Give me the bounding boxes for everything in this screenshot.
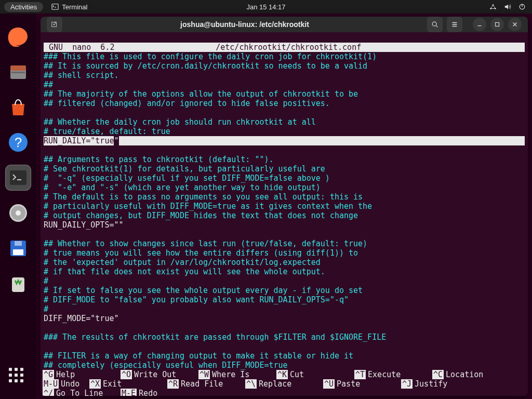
files-icon — [8, 61, 29, 82]
file-line: # particularly useful with DIFF_MODE=tru… — [44, 202, 372, 211]
shortcut-replace: ^\Replace — [245, 379, 323, 389]
search-icon — [431, 21, 438, 28]
file-line: # — [44, 304, 48, 314]
file-line: ## shell script. — [44, 71, 119, 80]
shortcut-readfile: ^RRead File — [167, 379, 245, 389]
file-line: # if that file does not exist you will s… — [44, 267, 325, 276]
close-icon — [511, 21, 518, 28]
dock-files[interactable] — [6, 59, 31, 84]
system-tray[interactable] — [489, 3, 526, 10]
file-line: ## FILTER is a way of changing output to… — [44, 351, 353, 361]
nano-header: GNU nano 6.2/etc/chkrootkit/chkrootkit.c… — [44, 43, 525, 52]
volume-icon — [504, 3, 511, 10]
dock-save[interactable] — [6, 236, 31, 261]
dock: ? — [0, 14, 36, 399]
shortcut-exit: ^XExit — [89, 379, 167, 389]
dock-help[interactable]: ? — [6, 130, 31, 155]
help-icon: ? — [8, 132, 29, 153]
titlebar: joshua@ubuntu-linux: /etc/chkrootkit — [41, 17, 528, 32]
terminal-window: joshua@ubuntu-linux: /etc/chkrootkit GNU… — [41, 17, 528, 396]
app-menu-label: Terminal — [62, 3, 87, 11]
file-line: ### This file is used to configure the d… — [44, 52, 377, 61]
svg-rect-18 — [15, 241, 22, 246]
search-button[interactable] — [427, 17, 443, 32]
dock-firefox[interactable] — [6, 24, 31, 49]
svg-rect-9 — [10, 65, 26, 71]
file-line: ## The majority of the options allow the… — [44, 89, 358, 99]
file-line: # true means you will see how the entire… — [44, 248, 358, 258]
shortcut-whereis: ^WWhere Is — [198, 370, 276, 379]
maximize-icon — [494, 21, 501, 28]
svg-rect-0 — [52, 4, 58, 10]
dock-terminal[interactable] — [6, 165, 31, 190]
file-line: # — [44, 276, 48, 286]
shortcut-gotoline: ^/Go To Line — [43, 389, 121, 396]
shortcut-execute: ^TExecute — [354, 370, 432, 379]
shortcut-help: ^GHelp — [43, 370, 121, 379]
activities-button[interactable]: Activities — [4, 2, 43, 12]
show-applications[interactable] — [9, 368, 28, 387]
hamburger-icon — [451, 21, 458, 28]
cursor-line: RUN_DAILY="true" — [44, 136, 525, 145]
nano-version: GNU nano 6.2 — [44, 43, 114, 52]
firefox-icon — [8, 26, 29, 47]
shortcut-cut: ^KCut — [276, 370, 354, 379]
cursor: " — [114, 136, 118, 145]
file-line: RUN_DAILY="true — [44, 136, 114, 145]
terminal-icon — [51, 3, 59, 10]
dock-disk[interactable] — [6, 201, 31, 225]
minimize-button[interactable] — [473, 18, 486, 31]
file-line: ## Whether the daily cron job should run… — [44, 117, 316, 127]
minimize-icon — [476, 21, 483, 28]
file-line: ## — [44, 80, 53, 89]
file-line: # The default is to pass no arguments so… — [44, 192, 363, 202]
svg-rect-22 — [496, 23, 499, 26]
file-line: ## filtered (changed) and/or ignored to … — [44, 99, 330, 108]
shortcut-justify: ^JJustify — [401, 379, 479, 389]
trash-icon — [8, 273, 29, 294]
terminal-app-icon — [9, 168, 28, 187]
file-line: # "-q" (especially useful if you set DIF… — [44, 174, 330, 183]
file-line: # output changes, but DIFF_MODE hides th… — [44, 211, 358, 220]
file-line: # If set to false you see the whole outp… — [44, 286, 363, 295]
shopping-bag-icon — [8, 97, 29, 117]
shortcut-redo: M-ERedo — [121, 389, 167, 396]
dock-trash[interactable] — [6, 271, 31, 296]
terminal-content[interactable]: GNU nano 6.2/etc/chkrootkit/chkrootkit.c… — [41, 32, 528, 370]
file-line: RUN_DAILY_OPTS="" — [44, 220, 124, 230]
floppy-icon — [8, 238, 29, 259]
nano-filepath: /etc/chkrootkit/chkrootkit.conf — [114, 43, 525, 52]
disk-icon — [8, 203, 29, 223]
dock-software[interactable] — [6, 95, 31, 119]
clock[interactable]: Jan 15 14:17 — [246, 3, 285, 11]
power-icon — [518, 3, 526, 10]
file-line: ## Arguments to pass to chkrootkit (defa… — [44, 155, 274, 164]
file-line: ### The results of chkrootkit are passed… — [44, 332, 386, 342]
window-title: joshua@ubuntu-linux: /etc/chkrootkit — [64, 20, 425, 29]
file-line: # "-e" and "-s" (which are yet another w… — [44, 183, 321, 192]
shortcut-paste: ^UPaste — [323, 379, 401, 389]
svg-rect-8 — [11, 72, 25, 73]
new-tab-icon — [51, 21, 58, 28]
gnome-topbar: Activities Terminal Jan 15 14:17 — [0, 0, 532, 14]
shortcut-writeout: ^OWrite Out — [121, 370, 198, 379]
maximize-button[interactable] — [490, 18, 504, 31]
file-line: ## completely (especially useful when DI… — [44, 361, 288, 370]
file-line: # true/false, default: true — [44, 127, 170, 136]
file-line: ## Whether to show changes since last ru… — [44, 239, 367, 248]
svg-rect-5 — [522, 4, 522, 7]
hamburger-button[interactable] — [447, 17, 462, 32]
svg-rect-17 — [13, 249, 23, 255]
shortcut-location: ^CLocation — [432, 370, 510, 379]
svg-point-21 — [432, 22, 436, 26]
file-line: ## It is sourced by /etc/cron.daily/chkr… — [44, 61, 367, 71]
file-line: DIFF_MODE="true" — [44, 314, 119, 323]
new-tab-button[interactable] — [47, 17, 62, 32]
nano-shortcuts: ^GHelp ^OWrite Out ^WWhere Is ^KCut ^TEx… — [41, 370, 528, 396]
svg-text:?: ? — [15, 135, 22, 150]
file-line: # DIFF_MODE to "false" you probably also… — [44, 295, 349, 304]
close-button[interactable] — [508, 18, 522, 31]
app-menu[interactable]: Terminal — [51, 3, 87, 11]
svg-rect-12 — [10, 170, 26, 185]
file-line: # See chkrootkit(1) for details, but par… — [44, 164, 325, 174]
